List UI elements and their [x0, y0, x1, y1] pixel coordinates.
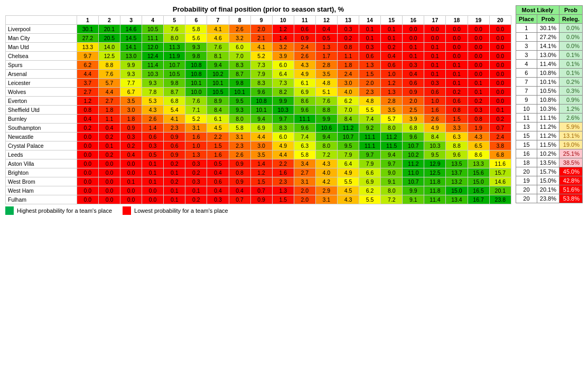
heatmap-cell: 0.4	[381, 52, 403, 61]
heatmap-cell: 9.7	[77, 52, 98, 61]
heatmap-cell: 15.0	[446, 186, 468, 195]
side-table-row: 710.1%0.2%	[516, 78, 583, 87]
heatmap-cell: 1.8	[98, 106, 120, 115]
heatmap-cell: 0.6	[142, 133, 164, 141]
col-header-12: 12	[315, 16, 337, 25]
heatmap-cell: 5.2	[250, 52, 272, 61]
heatmap-cell: 0.0	[403, 25, 424, 34]
team-name-cell: West Ham	[6, 186, 77, 195]
side-prob: 10.3%	[537, 105, 559, 114]
heatmap-cell: 2.4	[294, 43, 315, 52]
heatmap-cell: 8.0	[315, 141, 337, 150]
col-header-13: 13	[337, 16, 359, 25]
heatmap-cell: 0.1	[446, 61, 468, 70]
team-name-cell: Southampton	[6, 124, 77, 133]
heatmap-cell: 4.3	[142, 106, 164, 115]
table-row: Fulham0.00.00.00.00.10.20.30.70.91.52.03…	[6, 195, 511, 204]
col-header-1: 1	[77, 16, 98, 25]
heatmap-cell: 8.7	[164, 88, 185, 97]
heatmap-cell: 6.8	[164, 97, 185, 106]
heatmap-cell: 11.1	[359, 141, 381, 150]
heatmap-cell: 9.4	[250, 115, 272, 124]
red-legend-box	[123, 206, 131, 215]
heatmap-cell: 9.9	[120, 61, 142, 70]
heatmap-cell: 3.8	[489, 141, 511, 150]
heatmap-cell: 5.8	[185, 25, 207, 34]
side-place: 20	[516, 194, 537, 203]
heatmap-cell: 0.0	[98, 195, 120, 204]
heatmap-cell: 3.0	[250, 141, 272, 150]
heatmap-cell: 1.4	[272, 34, 294, 43]
heatmap-cell: 0.8	[337, 43, 359, 52]
heatmap-cell: 2.1	[250, 34, 272, 43]
team-name-cell: Sheffield Utd	[6, 106, 77, 115]
heatmap-cell: 1.6	[207, 150, 229, 159]
table-row: Burnley0.41.11.82.64.15.26.18.09.49.711.…	[6, 115, 511, 124]
heatmap-cell: 9.7	[381, 159, 403, 168]
side-relegate: 13.1%	[559, 131, 582, 140]
heatmap-cell: 10.8	[185, 70, 207, 79]
heatmap-cell: 0.6	[381, 61, 403, 70]
heatmap-cell: 0.2	[381, 43, 403, 52]
side-place: 15	[516, 131, 537, 140]
heatmap-cell: 0.5	[207, 159, 229, 168]
side-prob: 11.5%	[537, 140, 559, 149]
heatmap-cell: 13.7	[446, 168, 468, 177]
heatmap-cell: 0.1	[359, 25, 381, 34]
heatmap-cell: 6.9	[250, 124, 272, 133]
side-relegate: 0.2%	[559, 78, 582, 87]
heatmap-cell: 0.3	[424, 79, 446, 88]
heatmap-cell: 14.6	[489, 177, 511, 186]
heatmap-cell: 2.4	[489, 133, 511, 141]
col-header-18: 18	[446, 16, 468, 25]
red-legend-label: Lowest probability for a team's place	[134, 207, 228, 214]
heatmap-cell: 2.6	[142, 115, 164, 124]
col-header-3: 3	[120, 16, 142, 25]
side-prob: 10.5%	[537, 87, 559, 96]
heatmap-cell: 1.1	[337, 52, 359, 61]
heatmap-cell: 9.2	[359, 124, 381, 133]
heatmap-cell: 15.0	[468, 177, 489, 186]
heatmap-cell: 0.8	[468, 115, 489, 124]
heatmap-cell: 0.9	[229, 159, 250, 168]
side-relegate: 5.9%	[559, 122, 582, 131]
heatmap-cell: 14.1	[120, 43, 142, 52]
side-place: 19	[516, 176, 537, 185]
side-table-row: 2015.7%45.0%	[516, 167, 583, 176]
heatmap-cell: 8.2	[272, 88, 294, 97]
heatmap-cell: 13.4	[446, 195, 468, 204]
table-row: Sheffield Utd0.81.83.04.35.47.18.49.310.…	[6, 106, 511, 115]
heatmap-cell: 10.1	[207, 79, 229, 88]
side-table-row: 411.4%0.1%	[516, 60, 583, 69]
team-name-cell: Arsenal	[6, 70, 77, 79]
team-name-cell: Brighton	[6, 168, 77, 177]
heatmap-cell: 8.3	[250, 79, 272, 88]
side-table-row: 1610.2%25.1%	[516, 149, 583, 158]
heatmap-cell: 0.4	[403, 70, 424, 79]
heatmap-cell: 0.3	[337, 25, 359, 34]
heatmap-cell: 0.2	[185, 195, 207, 204]
heatmap-cell: 0.1	[98, 141, 120, 150]
heatmap-cell: 13.0	[120, 52, 142, 61]
side-place: 3	[516, 42, 537, 51]
heatmap-cell: 5.4	[164, 106, 185, 115]
heatmap-cell: 11.8	[424, 177, 446, 186]
heatmap-cell: 1.3	[272, 186, 294, 195]
col-header-19: 19	[468, 16, 489, 25]
col-header-17: 17	[424, 16, 446, 25]
side-relegate: 0.0%	[559, 42, 582, 51]
heatmap-cell: 0.0	[77, 141, 98, 150]
heatmap-cell: 0.2	[77, 124, 98, 133]
heatmap-cell: 5.5	[359, 106, 381, 115]
heatmap-cell: 2.2	[272, 159, 294, 168]
heatmap-cell: 3.5	[120, 97, 142, 106]
heatmap-cell: 1.2	[381, 79, 403, 88]
heatmap-cell: 2.7	[77, 88, 98, 97]
side-table-row: 314.1%0.0%	[516, 42, 583, 51]
heatmap-cell: 0.9	[164, 133, 185, 141]
side-place: 7	[516, 78, 537, 87]
heatmap-cell: 11.4	[424, 195, 446, 204]
heatmap-cell: 20.1	[98, 25, 120, 34]
heatmap-cell: 2.3	[359, 88, 381, 97]
heatmap-cell: 1.0	[424, 97, 446, 106]
